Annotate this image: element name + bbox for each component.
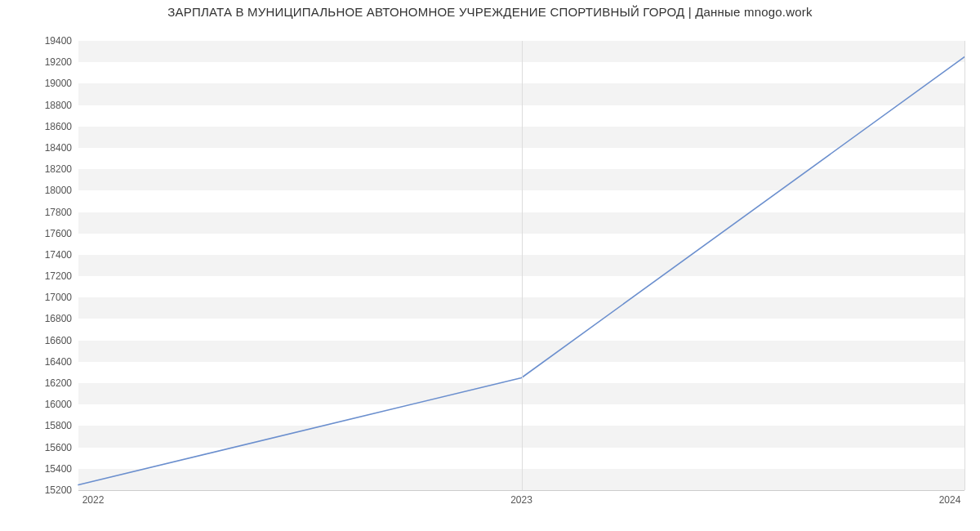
y-tick-label: 19200 <box>7 56 72 68</box>
y-tick-label: 17800 <box>7 207 72 218</box>
y-tick-label: 16200 <box>7 377 72 389</box>
x-tick-label: 2023 <box>510 494 532 506</box>
y-tick-label: 15800 <box>7 420 72 431</box>
y-tick-label: 19400 <box>7 35 72 47</box>
y-tick-label: 18600 <box>7 121 72 132</box>
y-tick-label: 16800 <box>7 313 72 324</box>
chart-title: ЗАРПЛАТА В МУНИЦИПАЛЬНОЕ АВТОНОМНОЕ УЧРЕ… <box>0 5 980 19</box>
y-tick-label: 18200 <box>7 163 72 175</box>
y-tick-label: 16600 <box>7 335 72 346</box>
y-tick-label: 16000 <box>7 399 72 410</box>
y-tick-label: 17600 <box>7 228 72 239</box>
x-gridline <box>964 41 965 490</box>
y-tick-label: 17000 <box>7 292 72 303</box>
y-tick-label: 15400 <box>7 463 72 475</box>
x-gridline <box>522 41 523 490</box>
x-tick-label: 2024 <box>939 494 961 506</box>
y-tick-label: 18800 <box>7 100 72 111</box>
y-tick-label: 19000 <box>7 78 72 89</box>
y-tick-label: 15600 <box>7 442 72 453</box>
y-tick-label: 16400 <box>7 356 72 368</box>
y-tick-label: 18000 <box>7 185 72 196</box>
chart-container: ЗАРПЛАТА В МУНИЦИПАЛЬНОЕ АВТОНОМНОЕ УЧРЕ… <box>0 0 980 531</box>
x-tick-label: 2022 <box>82 494 105 506</box>
y-tick-label: 17200 <box>7 270 72 282</box>
y-tick-label: 17400 <box>7 249 72 261</box>
y-tick-label: 15200 <box>7 484 72 496</box>
y-tick-label: 18400 <box>7 142 72 154</box>
